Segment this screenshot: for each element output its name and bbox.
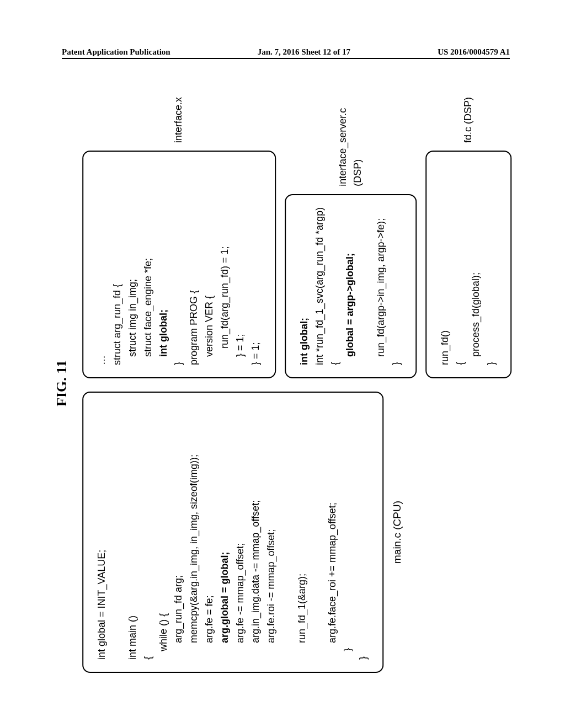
right-column: … struct arg_run_fd { struct img in_img;… bbox=[82, 97, 511, 378]
left-column: int global = INIT_VALUE; int main () { w… bbox=[82, 392, 511, 673]
fd-c-code-card: run_fd() { process_fd(global); } bbox=[425, 151, 511, 378]
main-c-label: main.c (CPU) bbox=[389, 392, 405, 673]
header-right: US 2016/0004579 A1 bbox=[438, 47, 510, 57]
main-c-code-card: int global = INIT_VALUE; int main () { w… bbox=[82, 392, 383, 673]
interface-x-code-card: … struct arg_run_fd { struct img in_img;… bbox=[82, 151, 276, 378]
interface-server-label: interface_server.c (DSP) bbox=[335, 97, 366, 186]
page-header: Patent Application Publication Jan. 7, 2… bbox=[62, 47, 510, 59]
figure-rotated-container: FIG. 11 int global = INIT_VALUE; int mai… bbox=[0, 163, 565, 604]
interface-server-code-card: int global; int *run_fd_1_svc(arg_run_fd… bbox=[285, 194, 417, 378]
interface-x-label: interface.x bbox=[172, 97, 187, 143]
header-center: Jan. 7, 2016 Sheet 12 of 17 bbox=[258, 47, 350, 57]
figure-title: FIG. 11 bbox=[54, 94, 70, 673]
header-left: Patent Application Publication bbox=[62, 47, 170, 57]
fd-c-label: fd.c (DSP) bbox=[461, 97, 476, 143]
